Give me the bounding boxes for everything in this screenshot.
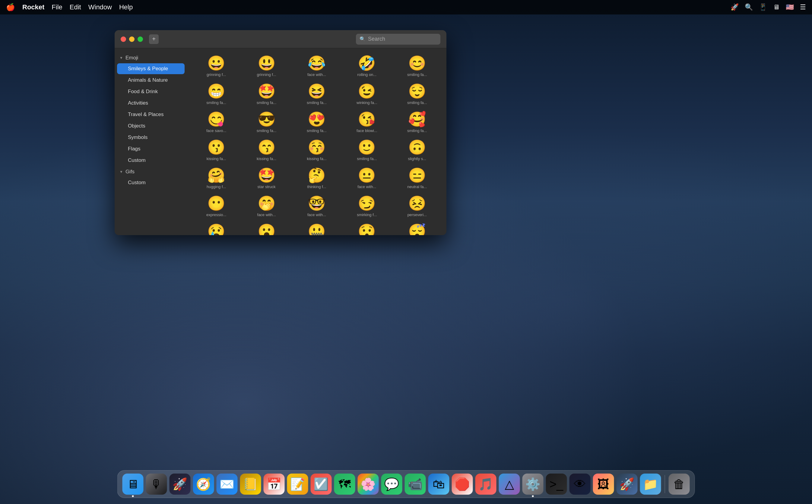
dock-icon-facetime[interactable]: 📹 (405, 474, 426, 495)
emoji-label: kissing fa... (257, 156, 276, 161)
app-name[interactable]: Rocket (22, 3, 44, 11)
dock-icon-reminders[interactable]: ☑️ (311, 474, 332, 495)
emoji-cell[interactable]: 😚kissing fa... (292, 137, 341, 164)
emoji-label: smiling fa... (407, 100, 427, 105)
emoji-cell[interactable]: 🤓face with... (292, 193, 341, 220)
dock-icon-files[interactable]: 📁 (640, 474, 661, 495)
screen-icon[interactable]: 🖥 (773, 3, 780, 11)
emoji-cell[interactable]: 😯hushed fa... (342, 221, 391, 235)
dock-icon-siri[interactable]: 🎙 (146, 474, 167, 495)
emoji-cell[interactable]: 🤣rolling on... (342, 53, 391, 80)
emoji-cell[interactable]: 😁smiling fa... (192, 81, 241, 108)
search-menubar-icon[interactable]: 🔍 (745, 3, 753, 11)
dock-icon-altstore[interactable]: △ (499, 474, 520, 495)
emoji-cell[interactable]: 🤐zipper-m... (292, 221, 341, 235)
sidebar-item-animals[interactable]: Animals & Nature (117, 75, 185, 86)
emoji-icon: 🤗 (207, 168, 225, 183)
minimize-button[interactable] (129, 36, 134, 42)
emoji-label: face blowi... (356, 128, 377, 133)
emoji-cell[interactable]: 🤭face with... (242, 193, 291, 220)
dock-icon-finder[interactable]: 🖥 (122, 474, 144, 495)
dock-icon-eyetv[interactable]: 👁 (570, 474, 591, 495)
emoji-cell[interactable]: 😏smirking f... (342, 193, 391, 220)
gifs-section-header[interactable]: ▼ Gifs (115, 167, 187, 177)
emoji-icon: 😢 (207, 224, 225, 235)
dock-icon-maps[interactable]: 🗺 (334, 474, 355, 495)
dock-icon-preview[interactable]: 🖼 (593, 474, 614, 495)
emoji-label: smiling fa... (206, 100, 226, 105)
dock-icon-preferences[interactable]: ⚙️ (523, 474, 544, 495)
emoji-cell[interactable]: 😀grinning f... (192, 53, 241, 80)
dock-icon-messages[interactable]: 💬 (381, 474, 402, 495)
emoji-cell[interactable]: 😆smiling fa... (292, 81, 341, 108)
emoji-cell[interactable]: 😋face savo... (192, 109, 241, 136)
flag-icon[interactable]: 🇺🇸 (786, 3, 794, 11)
apple-menu[interactable]: 🍎 (6, 3, 15, 11)
emoji-cell[interactable]: 😂face with... (292, 53, 341, 80)
emoji-cell[interactable]: 😶expressio... (192, 193, 241, 220)
window-menu[interactable]: Window (88, 3, 112, 11)
dock-icon-rocket[interactable]: 🚀 (617, 474, 638, 495)
sidebar-item-travel[interactable]: Travel & Places (117, 109, 185, 120)
sidebar-item-smileys[interactable]: Smileys & People (117, 63, 185, 74)
sidebar-item-custom-emoji[interactable]: Custom (117, 155, 185, 166)
new-tab-button[interactable]: + (149, 34, 159, 44)
emoji-cell[interactable]: 🙃slightly s... (393, 137, 442, 164)
emoji-cell[interactable]: 😗kissing fa... (192, 137, 241, 164)
sidebar-item-activities[interactable]: Activities (117, 98, 185, 109)
dock-icon-photos[interactable]: 🌸 (358, 474, 379, 495)
emoji-cell[interactable]: 🙂smiling fa... (342, 137, 391, 164)
sidebar-item-objects[interactable]: Objects (117, 121, 185, 131)
emoji-cell[interactable]: 🤗hugging f... (192, 165, 241, 192)
dock-icon-calendar[interactable]: 📅 (264, 474, 285, 495)
help-menu[interactable]: Help (119, 3, 133, 11)
search-input[interactable] (368, 36, 437, 42)
dock-icon-notes[interactable]: 📝 (287, 474, 308, 495)
emoji-section-header[interactable]: ▼ Emoji (115, 53, 187, 63)
emoji-cell[interactable]: 🤔thinking f... (292, 165, 341, 192)
dock-icon-music[interactable]: 🎵 (476, 474, 497, 495)
menubar: 🍎 Rocket File Edit Window Help 🚀 🔍 📱 🖥 🇺… (0, 0, 812, 14)
emoji-cell[interactable]: 😣perseveri... (393, 193, 442, 220)
emoji-cell[interactable]: 😊smiling fa... (393, 53, 442, 80)
dock-icon-notebook[interactable]: 📒 (240, 474, 261, 495)
emoji-cell[interactable]: 😍smiling fa... (292, 109, 341, 136)
emoji-cell[interactable]: 😢disappoin... (192, 221, 241, 235)
emoji-cell[interactable]: 🤩smiling fa... (242, 81, 291, 108)
dock-icon-terminal[interactable]: >_ (546, 474, 567, 495)
emoji-cell[interactable]: 😌smiling fa... (393, 81, 442, 108)
emoji-grid-container[interactable]: 😀grinning f...😃grinning f...😂face with..… (187, 48, 447, 235)
emoji-cell[interactable]: 😑neutral fa... (393, 165, 442, 192)
sidebar-item-symbols[interactable]: Symbols (117, 132, 185, 143)
dock-icon-mail[interactable]: ✉️ (216, 474, 238, 495)
dock-icon-launchpad[interactable]: 🚀 (169, 474, 191, 495)
edit-menu[interactable]: Edit (70, 3, 81, 11)
fullscreen-button[interactable] (137, 36, 143, 42)
emoji-cell[interactable]: 😴sleepy face (393, 221, 442, 235)
menu-icon[interactable]: ☰ (800, 3, 806, 11)
emoji-cell[interactable]: 😐face with... (342, 165, 391, 192)
search-bar[interactable]: 🔍 (356, 34, 441, 45)
control-center-icon[interactable]: 📱 (759, 3, 767, 11)
emoji-label: smiling fa... (407, 72, 427, 77)
dock-icon-app-store[interactable]: 🛍 (428, 474, 450, 495)
emoji-cell[interactable]: 😙kissing fa... (242, 137, 291, 164)
emoji-cell[interactable]: 😘face blowi... (342, 109, 391, 136)
emoji-label: thinking f... (307, 184, 326, 189)
close-button[interactable] (121, 36, 126, 42)
emoji-cell[interactable]: 😮face with... (242, 221, 291, 235)
dock-icon-trash[interactable]: 🗑 (669, 474, 690, 495)
file-menu[interactable]: File (52, 3, 62, 11)
emoji-icon: 😗 (207, 140, 225, 155)
emoji-cell[interactable]: 🥰smiling fa... (393, 109, 442, 136)
dock-icon-safari[interactable]: 🧭 (193, 474, 214, 495)
emoji-label: face with... (307, 72, 326, 77)
emoji-cell[interactable]: 😉winking fa... (342, 81, 391, 108)
emoji-cell[interactable]: 🤩star struck (242, 165, 291, 192)
sidebar-item-custom-gifs[interactable]: Custom (117, 177, 185, 188)
emoji-cell[interactable]: 😎smiling fa... (242, 109, 291, 136)
emoji-cell[interactable]: 😃grinning f... (242, 53, 291, 80)
sidebar-item-food[interactable]: Food & Drink (117, 86, 185, 97)
dock-icon-news[interactable]: 🛑 (452, 474, 473, 495)
sidebar-item-flags[interactable]: Flags (117, 143, 185, 154)
